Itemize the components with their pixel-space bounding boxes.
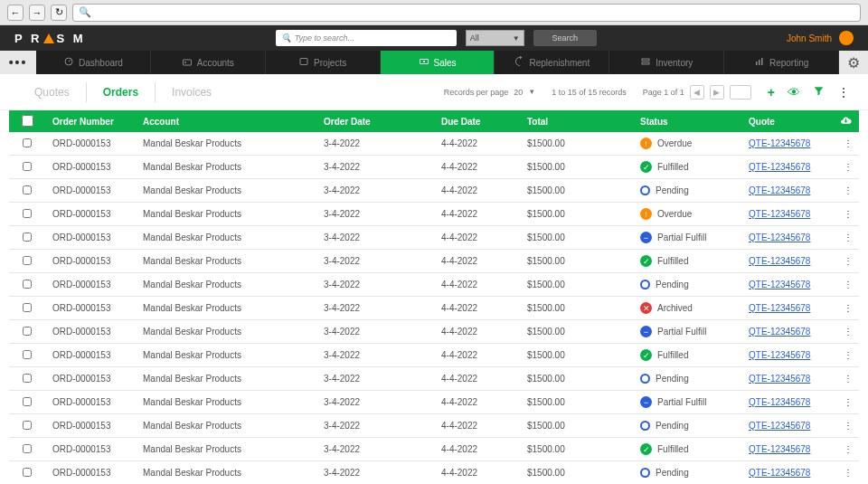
view-button[interactable]: 👁 <box>788 85 800 100</box>
page-input[interactable] <box>730 85 751 100</box>
row-checkbox[interactable] <box>9 444 45 455</box>
col-order-number[interactable]: Order Number <box>45 117 136 127</box>
user-menu[interactable]: John Smith <box>787 31 854 45</box>
table-row[interactable]: ORD-0000153Mandal Beskar Products3-4-202… <box>9 391 859 414</box>
tab-orders[interactable]: Orders <box>87 82 156 102</box>
row-more-button[interactable]: ⋮ <box>836 256 859 266</box>
row-more-button[interactable]: ⋮ <box>836 303 859 313</box>
table-row[interactable]: ORD-0000153Mandal Beskar Products3-4-202… <box>9 344 859 367</box>
quote-link[interactable]: QTE-12345678 <box>749 350 810 360</box>
table-row[interactable]: ORD-0000153Mandal Beskar Products3-4-202… <box>9 179 859 203</box>
table-row[interactable]: ORD-0000153Mandal Beskar Products3-4-202… <box>9 367 859 391</box>
col-order-date[interactable]: Order Date <box>316 117 434 127</box>
nav-inventory[interactable]: Inventory <box>609 51 724 74</box>
table-row[interactable]: ORD-0000153Mandal Beskar Products3-4-202… <box>9 226 859 250</box>
chevron-down-icon: ▼ <box>528 88 535 96</box>
row-more-button[interactable]: ⋮ <box>836 280 859 289</box>
table-row[interactable]: ORD-0000153Mandal Beskar Products3-4-202… <box>9 461 859 484</box>
table-row[interactable]: ORD-0000153Mandal Beskar Products3-4-202… <box>9 438 859 461</box>
row-checkbox[interactable] <box>9 280 45 290</box>
table-row[interactable]: ORD-0000153Mandal Beskar Products3-4-202… <box>9 132 859 156</box>
quote-link[interactable]: QTE-12345678 <box>749 374 810 384</box>
global-search-input[interactable]: 🔍 Type to search... <box>276 30 457 46</box>
reload-button[interactable]: ↻ <box>51 5 67 21</box>
row-more-button[interactable]: ⋮ <box>836 397 859 407</box>
table-row[interactable]: ORD-0000153Mandal Beskar Products3-4-202… <box>9 203 859 226</box>
records-per-page[interactable]: Records per page 20 ▼ <box>444 88 535 97</box>
page-next-button[interactable]: ▶ <box>710 85 724 100</box>
toolbar-more-button[interactable]: ⋮ <box>837 85 850 100</box>
row-checkbox[interactable] <box>9 397 45 408</box>
tab-quotes[interactable]: Quotes <box>18 82 87 102</box>
row-more-button[interactable]: ⋮ <box>836 185 859 195</box>
url-bar[interactable]: 🔍 <box>72 4 861 22</box>
row-more-button[interactable]: ⋮ <box>836 233 859 242</box>
col-total[interactable]: Total <box>520 117 633 127</box>
row-checkbox[interactable] <box>9 162 45 173</box>
nav-replenish[interactable]: Replenishment <box>495 51 609 74</box>
quote-link[interactable]: QTE-12345678 <box>749 233 810 242</box>
quote-link[interactable]: QTE-12345678 <box>749 397 810 407</box>
table-row[interactable]: ORD-0000153Mandal Beskar Products3-4-202… <box>9 297 859 320</box>
row-checkbox[interactable] <box>9 421 45 432</box>
quote-link[interactable]: QTE-12345678 <box>749 280 810 289</box>
row-more-button[interactable]: ⋮ <box>836 327 859 337</box>
cell-order-date: 3-4-2022 <box>316 233 434 242</box>
table-row[interactable]: ORD-0000153Mandal Beskar Products3-4-202… <box>9 273 859 297</box>
quote-link[interactable]: QTE-12345678 <box>749 421 810 431</box>
col-account[interactable]: Account <box>136 117 316 127</box>
row-more-button[interactable]: ⋮ <box>836 444 859 454</box>
search-button[interactable]: Search <box>533 30 597 46</box>
nav-sales[interactable]: Sales <box>381 51 495 74</box>
row-more-button[interactable]: ⋮ <box>836 374 859 384</box>
quote-link[interactable]: QTE-12345678 <box>749 303 810 313</box>
table-row[interactable]: ORD-0000153Mandal Beskar Products3-4-202… <box>9 320 859 344</box>
nav-app-menu[interactable]: ••• <box>0 51 36 74</box>
nav-dashboard[interactable]: Dashboard <box>36 51 151 74</box>
col-quote[interactable]: Quote <box>741 117 832 127</box>
quote-link[interactable]: QTE-12345678 <box>749 209 810 219</box>
row-more-button[interactable]: ⋮ <box>836 138 859 148</box>
header-checkbox[interactable] <box>9 115 45 128</box>
quote-link[interactable]: QTE-12345678 <box>749 185 810 195</box>
row-checkbox[interactable] <box>9 209 45 220</box>
quote-link[interactable]: QTE-12345678 <box>749 256 810 266</box>
row-checkbox[interactable] <box>9 185 45 196</box>
col-due-date[interactable]: Due Date <box>434 117 520 127</box>
row-checkbox[interactable] <box>9 350 45 361</box>
quote-link[interactable]: QTE-12345678 <box>749 162 810 172</box>
nav-accounts[interactable]: Accounts <box>151 51 266 74</box>
row-more-button[interactable]: ⋮ <box>836 209 859 219</box>
nav-projects[interactable]: Projects <box>266 51 381 74</box>
row-checkbox[interactable] <box>9 327 45 337</box>
table-row[interactable]: ORD-0000153Mandal Beskar Products3-4-202… <box>9 156 859 179</box>
settings-button[interactable]: ⚙ <box>839 51 868 74</box>
back-button[interactable]: ← <box>7 5 24 21</box>
col-status[interactable]: Status <box>633 117 741 127</box>
tab-invoices[interactable]: Invoices <box>156 82 228 102</box>
nav-reporting[interactable]: Reporting <box>724 51 839 74</box>
row-checkbox[interactable] <box>9 138 45 149</box>
row-checkbox[interactable] <box>9 468 45 479</box>
row-checkbox[interactable] <box>9 233 45 243</box>
forward-button[interactable]: → <box>29 5 45 21</box>
quote-link[interactable]: QTE-12345678 <box>749 327 810 337</box>
row-more-button[interactable]: ⋮ <box>836 421 859 431</box>
search-filter-dropdown[interactable]: All ▼ <box>466 30 524 46</box>
row-more-button[interactable]: ⋮ <box>836 350 859 360</box>
row-more-button[interactable]: ⋮ <box>836 162 859 172</box>
row-more-button[interactable]: ⋮ <box>836 468 859 478</box>
quote-link[interactable]: QTE-12345678 <box>749 444 810 454</box>
add-button[interactable]: + <box>768 85 775 100</box>
row-checkbox[interactable] <box>9 374 45 384</box>
quote-link[interactable]: QTE-12345678 <box>749 468 810 478</box>
filter-button[interactable] <box>813 85 825 100</box>
page-prev-button[interactable]: ◀ <box>690 85 704 100</box>
row-checkbox[interactable] <box>9 303 45 314</box>
table-row[interactable]: ORD-0000153Mandal Beskar Products3-4-202… <box>9 250 859 273</box>
quote-link[interactable]: QTE-12345678 <box>749 138 810 148</box>
cell-total: $1500.00 <box>520 162 633 172</box>
row-checkbox[interactable] <box>9 256 45 267</box>
table-row[interactable]: ORD-0000153Mandal Beskar Products3-4-202… <box>9 414 859 438</box>
download-button[interactable] <box>832 115 859 128</box>
